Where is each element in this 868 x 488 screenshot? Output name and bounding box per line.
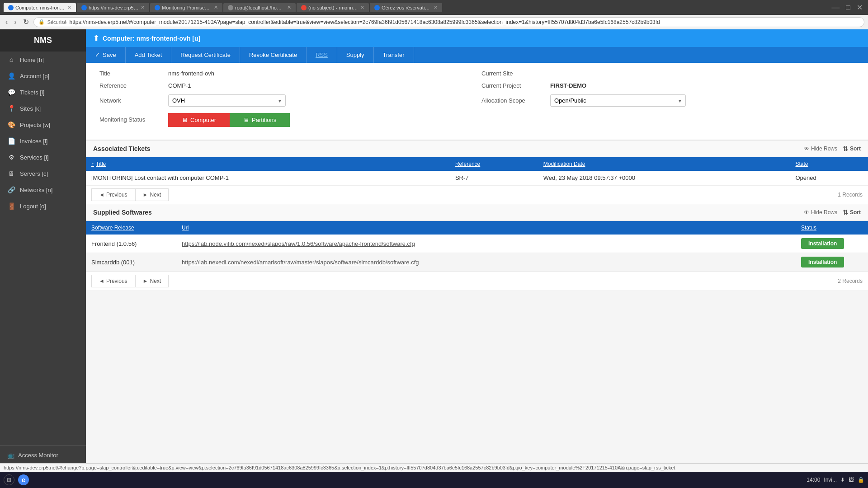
associated-tickets-previous-button[interactable]: ◄ Previous [91, 188, 135, 201]
computer-monitor-icon: 🖥 [182, 117, 188, 123]
network-select[interactable]: OVH [168, 94, 286, 107]
browser-tab-tab4[interactable]: root@localhost:/home/...✕ [223, 3, 296, 12]
th-software-release-link[interactable]: Software Release [91, 225, 134, 231]
th-status-link[interactable]: Status [801, 225, 816, 231]
security-label: Sécurisé [47, 19, 67, 25]
form-grid: Title nms-frontend-ovh Reference COMP-1 … [95, 70, 859, 132]
tickets-icon: 💬 [7, 89, 15, 96]
add-ticket-button[interactable]: Add Ticket [126, 47, 172, 63]
th-url: Url [176, 221, 796, 235]
tab-close-tab3[interactable]: ✕ [214, 5, 218, 10]
partitions-status-button[interactable]: 🖥 Partitions [230, 113, 290, 127]
sidebar-item-label-tickets: Tickets [l] [20, 89, 44, 96]
supplied-softwares-title: Supplied Softwares [93, 209, 152, 216]
th-reference: Reference [450, 157, 538, 171]
url-text: https://nms-dev.erp5.net/#/computer_modu… [69, 19, 859, 25]
network-row: Network OVH [99, 94, 472, 107]
allocation-scope-label: Allocation Scope [481, 97, 545, 104]
supplied-softwares-table-container: Software Release Url Status Frontend (1.… [86, 221, 868, 272]
browser-tab-tab6[interactable]: Gérez vos réservations -...✕ [370, 3, 442, 12]
sidebar-item-networks[interactable]: 🔗Networks [n] [0, 182, 86, 198]
sidebar-item-invoices[interactable]: 📄Invoices [l] [0, 133, 86, 149]
save-button[interactable]: ✓ Save [86, 47, 126, 63]
network-label: Network [99, 97, 163, 104]
invoices-icon: 📄 [7, 137, 15, 145]
associated-tickets-header: Associated Tickets 👁 Hide Rows ⇅ Sort [86, 140, 868, 157]
rss-button[interactable]: RSS [307, 47, 337, 63]
app-body: NMS ⌂Home [h]👤Account [p]💬Tickets [l]📍Si… [0, 29, 868, 463]
sidebar-item-label-home: Home [h] [20, 56, 44, 63]
taskbar-time: 14:00 [807, 477, 820, 483]
supply-button[interactable]: Supply [337, 47, 374, 63]
th-title-link[interactable]: ↑Title [91, 161, 106, 167]
installation-button[interactable]: Installation [801, 257, 844, 267]
software-url-link[interactable]: https://lab.nexedi.com/nexedi/amarisoft/… [182, 259, 419, 266]
supplied-softwares-next-button[interactable]: ► Next [135, 275, 169, 287]
tab-close-tab4[interactable]: ✕ [287, 5, 291, 10]
forward-button[interactable]: › [12, 17, 18, 27]
sidebar-item-sites[interactable]: 📍Sites [k] [0, 100, 86, 117]
th-url-link[interactable]: Url [182, 225, 189, 231]
projects-icon: 🎨 [7, 121, 15, 128]
associated-tickets-next-button[interactable]: ► Next [135, 188, 169, 201]
sidebar-item-logout[interactable]: 🚪Logout [o] [0, 198, 86, 214]
sidebar-item-projects[interactable]: 🎨Projects [w] [0, 117, 86, 133]
computer-status-button[interactable]: 🖥 Computer [168, 113, 230, 127]
taskbar-browser-icon[interactable]: e [18, 474, 29, 485]
title-value: nms-frontend-ovh [168, 70, 214, 77]
current-project-value: FIRST-DEMO [550, 82, 586, 89]
sidebar-logo: NMS [0, 29, 86, 52]
sidebar-item-access-monitor[interactable]: 📺 Access Monitor [0, 447, 86, 463]
taskbar-download-icon: ⬇ [840, 477, 845, 483]
transfer-button[interactable]: Transfer [374, 47, 414, 63]
tab-close-tab1[interactable]: ✕ [67, 5, 71, 10]
sidebar-item-label-invoices: Invoices [l] [20, 138, 47, 145]
associated-tickets-sort[interactable]: ⇅ Sort [843, 145, 861, 152]
th-state: State [790, 157, 868, 171]
reload-button[interactable]: ↻ [21, 17, 31, 27]
table-row: [MONITORING] Lost contact with computer … [86, 171, 868, 185]
tab-close-tab2[interactable]: ✕ [141, 5, 145, 10]
sidebar-item-tickets[interactable]: 💬Tickets [l] [0, 84, 86, 100]
browser-tab-tab3[interactable]: Monitoring Promises St...✕ [150, 3, 222, 12]
back-button[interactable]: ‹ [4, 17, 9, 27]
sidebar-item-account[interactable]: 👤Account [p] [0, 68, 86, 84]
sidebar-item-home[interactable]: ⌂Home [h] [0, 52, 86, 68]
close-icon[interactable]: ✕ [855, 3, 864, 12]
sidebar-item-services[interactable]: ⚙Services [l] [0, 149, 86, 165]
minimize-icon[interactable]: — [830, 3, 841, 12]
th-modification-date-link[interactable]: Modification Date [543, 161, 585, 167]
eye-icon-2: 👁 [804, 209, 809, 216]
th-state-link[interactable]: State [796, 161, 808, 167]
address-bar-row: ‹ › ↻ 🔒 Sécurisé https://nms-dev.erp5.ne… [0, 15, 868, 29]
allocation-scope-select[interactable]: Open/Public [550, 94, 686, 107]
supplied-softwares-sort[interactable]: ⇅ Sort [843, 209, 861, 216]
browser-tab-tab5[interactable]: (no subject) - rmonner al...✕ [297, 3, 369, 12]
revoke-certificate-button[interactable]: Revoke Certificate [240, 47, 307, 63]
sidebar-item-label-logout: Logout [o] [20, 203, 46, 210]
installation-button[interactable]: Installation [801, 238, 844, 249]
table-row: Simcarddb (001) https://lab.nexedi.com/n… [86, 253, 868, 272]
tab-title-tab2: https://nms-dev.erp5.ne... [89, 5, 139, 10]
software-status-cell: Installation [796, 253, 868, 272]
supplied-softwares-previous-button[interactable]: ◄ Previous [91, 275, 135, 287]
software-url-link[interactable]: https://lab.node.vifib.com/nexedi/slapos… [182, 240, 415, 247]
maximize-icon[interactable]: □ [844, 4, 852, 12]
browser-tab-tab1[interactable]: Computer: nms-fronte...✕ [4, 3, 76, 12]
address-bar[interactable]: 🔒 Sécurisé https://nms-dev.erp5.net/#/co… [33, 17, 864, 27]
browser-tab-tab2[interactable]: https://nms-dev.erp5.ne...✕ [77, 3, 149, 12]
tab-close-tab5[interactable]: ✕ [360, 5, 364, 10]
request-certificate-button[interactable]: Request Certificate [171, 47, 240, 63]
associated-tickets-header-row: ↑Title Reference Modification Date State [86, 157, 868, 171]
associated-tickets-hide-rows[interactable]: 👁 Hide Rows [804, 145, 837, 152]
supplied-softwares-hide-rows[interactable]: 👁 Hide Rows [804, 209, 837, 216]
monitoring-status-buttons: 🖥 Computer 🖥 Partitions [168, 113, 290, 127]
eye-icon: 👁 [804, 145, 809, 152]
th-reference-link[interactable]: Reference [455, 161, 480, 167]
taskbar-apps-icon[interactable]: ⊞ [4, 474, 14, 485]
sidebar-item-servers[interactable]: 🖥Servers [c] [0, 165, 86, 182]
tab-close-tab6[interactable]: ✕ [434, 5, 438, 10]
supplied-softwares-pagination: ◄ Previous ► Next 2 Records [86, 272, 868, 290]
supplied-softwares-header-row: Software Release Url Status [86, 221, 868, 235]
th-title: ↑Title [86, 157, 450, 171]
